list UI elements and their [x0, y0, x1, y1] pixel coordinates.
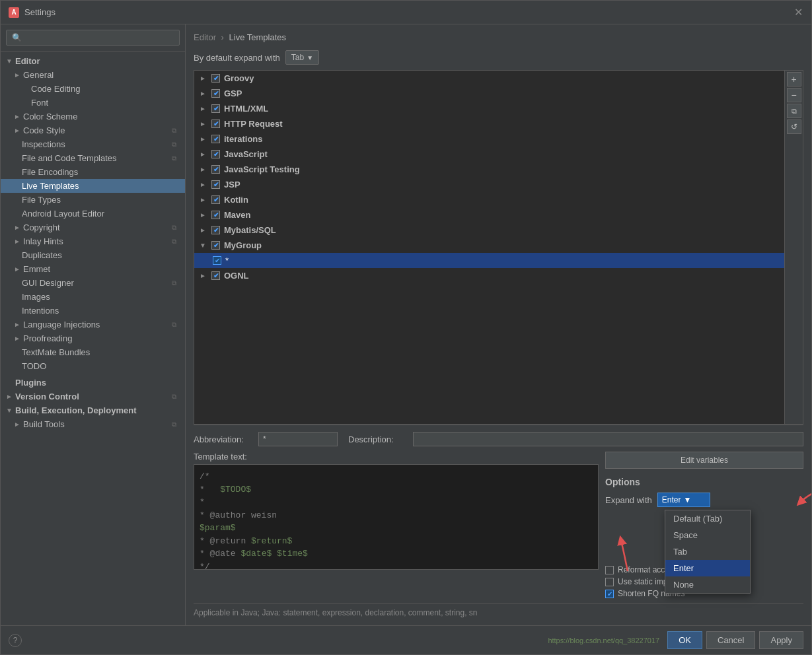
dp-item-tab[interactable]: Tab	[665, 543, 750, 560]
arrow-icon: ►	[200, 120, 207, 127]
sidebar-item-version-control[interactable]: ► Version Control ⧉	[1, 390, 185, 403]
sidebar-item-inlay-hints[interactable]: ► Inlay Hints ⧉	[1, 234, 185, 248]
sidebar-label: Emmet	[23, 264, 50, 274]
checkbox-kotlin[interactable]: ✔	[211, 195, 220, 204]
sidebar-item-editor[interactable]: ▼ Editor	[1, 54, 185, 68]
sidebar-item-live-templates[interactable]: Live Templates	[1, 179, 185, 193]
templates-list-area: ► ✔ Groovy ► ✔ GSP ► ✔ HTML/XML	[194, 70, 785, 425]
dp-item-default-tab[interactable]: Default (Tab)	[665, 510, 750, 527]
apply-button[interactable]: Apply	[759, 631, 803, 649]
tl-label: Groovy	[224, 73, 254, 83]
checkbox-jsp[interactable]: ✔	[211, 180, 220, 189]
template-editor[interactable]: /* * $TODO$ * * @author weisn $param$ * …	[194, 464, 599, 570]
copy-template-button[interactable]: ⧉	[787, 104, 801, 118]
remove-template-button[interactable]: −	[787, 88, 801, 102]
sidebar-item-plugins[interactable]: Plugins	[1, 376, 185, 390]
ok-button[interactable]: OK	[667, 631, 702, 649]
edit-variables-button[interactable]: Edit variables	[605, 452, 803, 469]
checkbox-ognl[interactable]: ✔	[211, 271, 220, 280]
search-input[interactable]	[6, 30, 180, 46]
chevron-down-icon: ▼	[307, 54, 313, 61]
app-icon: A	[9, 7, 19, 18]
tl-group-mybatis-sql[interactable]: ► ✔ Mybatis/SQL	[194, 223, 784, 238]
checkbox-js-testing[interactable]: ✔	[211, 165, 220, 174]
sidebar-label: TODO	[22, 361, 46, 371]
expand-with-row: Expand with Enter ▼	[605, 493, 803, 507]
checkbox-mygroup[interactable]: ✔	[211, 241, 220, 250]
tl-group-mygroup[interactable]: ▼ ✔ MyGroup	[194, 238, 784, 253]
sidebar-label: General	[23, 70, 54, 80]
shorten-checkbox[interactable]: ✔	[605, 590, 614, 598]
sidebar-item-build-tools[interactable]: ► Build Tools ⧉	[1, 417, 185, 431]
abbreviation-input[interactable]	[258, 432, 338, 446]
tl-group-maven[interactable]: ► ✔ Maven	[194, 207, 784, 223]
tl-group-http-request[interactable]: ► ✔ HTTP Request	[194, 116, 784, 131]
sidebar-item-duplicates[interactable]: Duplicates	[1, 248, 185, 262]
sidebar-item-android-layout[interactable]: Android Layout Editor	[1, 207, 185, 221]
checkbox-groovy[interactable]: ✔	[211, 74, 220, 83]
description-input[interactable]	[413, 432, 803, 446]
options-panel: Edit variables Options Expand with Enter…	[605, 452, 803, 598]
sidebar-item-file-encodings[interactable]: File Encodings	[1, 165, 185, 179]
sidebar-item-todo[interactable]: TODO	[1, 359, 185, 373]
arrow-icon: ►	[200, 135, 207, 143]
sidebar-item-build-execution[interactable]: ▼ Build, Execution, Deployment	[1, 403, 185, 417]
checkbox-javascript[interactable]: ✔	[211, 150, 220, 158]
sidebar-item-copyright[interactable]: ► Copyright ⧉	[1, 221, 185, 234]
expand-with-dropdown[interactable]: Enter ▼	[657, 493, 710, 507]
checkbox-http-request[interactable]: ✔	[211, 120, 220, 128]
close-button[interactable]: ✕	[793, 7, 803, 18]
tl-group-jsp[interactable]: ► ✔ JSP	[194, 177, 784, 192]
help-button[interactable]: ?	[9, 634, 22, 647]
sidebar-item-textmate-bundles[interactable]: TextMate Bundles	[1, 345, 185, 359]
tl-group-kotlin[interactable]: ► ✔ Kotlin	[194, 192, 784, 207]
templates-list: ► ✔ Groovy ► ✔ GSP ► ✔ HTML/XML	[194, 70, 785, 425]
chevron-down-icon: ▼	[684, 495, 692, 504]
checkbox-star[interactable]: ✔	[213, 256, 221, 265]
checkbox-html-xml[interactable]: ✔	[211, 104, 220, 113]
checkbox-gsp[interactable]: ✔	[211, 89, 220, 98]
tl-group-gsp[interactable]: ► ✔ GSP	[194, 86, 784, 101]
arrow-icon: ►	[14, 265, 20, 273]
sidebar-label-vc: Version Control	[15, 392, 79, 401]
sidebar-item-code-editing[interactable]: Code Editing	[1, 82, 185, 96]
cancel-button[interactable]: Cancel	[706, 631, 755, 649]
tl-group-javascript[interactable]: ► ✔ JavaScript	[194, 147, 784, 162]
sidebar-item-code-style[interactable]: ► Code Style ⧉	[1, 123, 185, 137]
checkbox-mybatis-sql[interactable]: ✔	[211, 226, 220, 234]
dp-item-enter[interactable]: Enter	[665, 560, 750, 576]
sidebar-item-general[interactable]: ► General	[1, 68, 185, 82]
checkbox-iterations[interactable]: ✔	[211, 135, 220, 143]
sidebar-item-file-types[interactable]: File Types	[1, 193, 185, 207]
sidebar-label: Font	[31, 98, 48, 108]
reformat-checkbox[interactable]	[605, 566, 614, 574]
expand-dropdown-btn[interactable]: Tab ▼	[285, 50, 319, 65]
tl-group-js-testing[interactable]: ► ✔ JavaScript Testing	[194, 162, 784, 177]
sidebar-item-images[interactable]: Images	[1, 290, 185, 304]
sidebar-item-gui-designer[interactable]: GUI Designer ⧉	[1, 276, 185, 290]
tl-group-groovy[interactable]: ► ✔ Groovy	[194, 71, 784, 86]
dialog-body: ▼ Editor ► General Code Editing Font ►	[1, 24, 811, 625]
tl-group-html-xml[interactable]: ► ✔ HTML/XML	[194, 101, 784, 116]
sidebar-item-inspections[interactable]: Inspections ⧉	[1, 137, 185, 151]
sidebar-item-font[interactable]: Font	[1, 96, 185, 110]
sidebar-item-proofreading[interactable]: ► Proofreading	[1, 331, 185, 345]
sidebar-item-language-injections[interactable]: ► Language Injections ⧉	[1, 318, 185, 331]
use-static-checkbox[interactable]	[605, 578, 614, 586]
sidebar-item-emmet[interactable]: ► Emmet	[1, 262, 185, 276]
add-template-button[interactable]: +	[787, 72, 801, 86]
checkbox-maven[interactable]: ✔	[211, 211, 220, 219]
tl-item-star[interactable]: ✔ *	[194, 253, 784, 268]
sidebar-item-intentions[interactable]: Intentions	[1, 304, 185, 318]
dp-item-none[interactable]: None	[665, 576, 750, 593]
arrow-icon: ►	[14, 113, 20, 120]
sidebar-item-file-code-templates[interactable]: File and Code Templates ⧉	[1, 151, 185, 165]
reset-template-button[interactable]: ↺	[787, 120, 801, 134]
tl-group-ognl[interactable]: ► ✔ OGNL	[194, 268, 784, 283]
tl-group-iterations[interactable]: ► ✔ iterations	[194, 131, 784, 147]
tl-label: MyGroup	[224, 240, 262, 250]
template-text-label: Template text:	[194, 452, 599, 462]
sidebar-item-color-scheme[interactable]: ► Color Scheme	[1, 110, 185, 123]
arrow-icon: ▼	[200, 242, 207, 249]
dp-item-space[interactable]: Space	[665, 527, 750, 543]
